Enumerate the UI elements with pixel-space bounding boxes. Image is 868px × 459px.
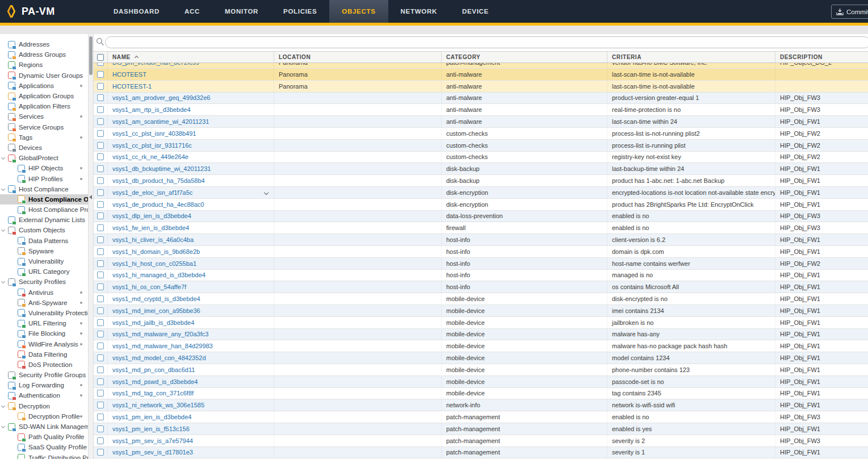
- column-header-category[interactable]: CATEGORY: [442, 52, 607, 62]
- sidebar-collapse-arrow-icon[interactable]: [89, 195, 92, 199]
- sidebar-item-host-compliance-objects[interactable]: Host Compliance Objects: [0, 194, 88, 205]
- sidebar-item-path-quality-profile[interactable]: Path Quality Profile: [0, 432, 88, 442]
- sidebar-item-dos-protection[interactable]: DoS Protection: [0, 360, 88, 370]
- object-name-link[interactable]: vsys1_pm_sev_is_a7e57944: [112, 437, 193, 444]
- object-name-link[interactable]: vsys1_de_product_ha_4ec88ac0: [112, 201, 204, 208]
- expand-chevron-icon[interactable]: [1, 228, 5, 232]
- sidebar-item-external-dynamic-lists[interactable]: External Dynamic Lists: [0, 215, 88, 225]
- sidebar-item-decryption[interactable]: Decryption: [0, 401, 88, 411]
- sidebar-item-hip-objects[interactable]: HIP Objects: [0, 163, 88, 173]
- row-checkbox[interactable]: [97, 142, 104, 149]
- expand-chevron-icon[interactable]: [1, 187, 5, 191]
- sidebar-scrollbar-thumb[interactable]: [89, 36, 93, 75]
- sidebar-scrollbar[interactable]: [88, 34, 94, 459]
- tab-device[interactable]: DEVICE: [450, 0, 501, 23]
- row-checkbox[interactable]: [97, 83, 104, 90]
- object-name-link[interactable]: HCOTEEST-1: [112, 83, 152, 90]
- object-name-link[interactable]: vsys1_pm_ien_is_f513c156: [112, 425, 190, 432]
- object-name-link[interactable]: HCOTEEST: [112, 71, 146, 78]
- object-name-link[interactable]: vsys1_hi_domain_is_9bd68e2b: [112, 248, 200, 255]
- object-name-link[interactable]: vsys1_am_rtp_is_d3bebde4: [112, 106, 191, 113]
- object-name-link[interactable]: vsys1_md_imei_con_a95bbe36: [112, 307, 200, 314]
- object-name-link[interactable]: vsys1_hi_os_con_54affe7f: [112, 283, 186, 290]
- tab-policies[interactable]: POLICIES: [271, 0, 329, 23]
- row-checkbox[interactable]: [97, 236, 104, 243]
- row-checkbox[interactable]: [97, 343, 104, 349]
- row-checkbox[interactable]: [97, 165, 104, 172]
- object-name-link[interactable]: vsys1_md_malware_any_f20a3fc3: [112, 331, 208, 337]
- expand-chevron-icon[interactable]: [1, 156, 5, 160]
- row-checkbox[interactable]: [97, 402, 104, 408]
- sidebar-item-custom-objects[interactable]: Custom Objects: [0, 225, 88, 235]
- object-name-link[interactable]: vsys1_de_eloc_isn_af1f7a5c: [112, 189, 192, 196]
- object-name-link[interactable]: vsys1_hi_managed_is_d3bebde4: [112, 272, 206, 278]
- object-name-link[interactable]: vsys1_md_tag_con_371c6f8f: [112, 390, 194, 397]
- object-name-link[interactable]: vsys1_am_prodver_geq_499d32e6: [112, 94, 210, 101]
- expand-chevron-icon[interactable]: [1, 404, 5, 408]
- expand-chevron-icon[interactable]: [1, 424, 5, 428]
- tab-dashboard[interactable]: DASHBOARD: [101, 0, 172, 23]
- sidebar-item-application-groups[interactable]: Application Groups: [0, 91, 88, 101]
- row-checkbox[interactable]: [97, 354, 104, 361]
- row-checkbox[interactable]: [97, 153, 104, 160]
- row-checkbox[interactable]: [97, 106, 104, 113]
- object-name-link[interactable]: DG_pm_vendor_han_bc72fc99: [112, 63, 199, 66]
- row-checkbox[interactable]: [97, 224, 104, 231]
- select-all-checkbox[interactable]: [97, 54, 104, 61]
- row-checkbox[interactable]: [97, 189, 104, 196]
- sidebar-item-traffic-distribution-profile[interactable]: Traffic Distribution Profile: [0, 453, 88, 459]
- sidebar-item-vulnerability[interactable]: Vulnerability: [0, 256, 88, 266]
- row-checkbox[interactable]: [97, 414, 104, 420]
- object-name-link[interactable]: vsys1_hi_cliver_is_46a0c4ba: [112, 236, 194, 243]
- sidebar-item-decryption-profile[interactable]: Decryption Profile: [0, 411, 88, 422]
- commit-button[interactable]: Commit: [831, 5, 868, 19]
- row-checkbox[interactable]: [97, 283, 104, 290]
- object-name-link[interactable]: vsys1_hi_host_con_c0255ba1: [112, 260, 196, 267]
- row-checkbox[interactable]: [97, 331, 104, 337]
- row-checkbox[interactable]: [97, 71, 104, 78]
- row-checkbox[interactable]: [97, 94, 104, 101]
- row-checkbox[interactable]: [97, 390, 104, 397]
- column-header-description[interactable]: DESCRIPTION: [775, 52, 868, 62]
- sidebar-item-wildfire-analysis[interactable]: WildFire Analysis: [0, 339, 88, 349]
- object-name-link[interactable]: vsys1_md_jailb_is_d3bebde4: [112, 319, 194, 326]
- sidebar-item-address-groups[interactable]: Address Groups: [0, 49, 88, 60]
- sidebar-item-dynamic-user-groups[interactable]: Dynamic User Groups: [0, 70, 88, 81]
- object-name-link[interactable]: vsys1_cc_plst_isnr_4038b491: [112, 130, 196, 137]
- object-name-link[interactable]: vsys1_db_product_ha_75da58b4: [112, 177, 205, 184]
- row-checkbox[interactable]: [97, 260, 104, 267]
- sidebar-item-antivirus[interactable]: Antivirus: [0, 287, 88, 298]
- row-checkbox[interactable]: [97, 425, 104, 432]
- sidebar-item-log-forwarding[interactable]: Log Forwarding: [0, 380, 88, 390]
- column-header-name[interactable]: NAME: [108, 52, 274, 62]
- row-checkbox[interactable]: [97, 130, 104, 137]
- sidebar-item-anti-spyware[interactable]: Anti-Spyware: [0, 298, 88, 308]
- sidebar-item-security-profiles[interactable]: Security Profiles: [0, 277, 88, 287]
- sidebar-item-vulnerability-protection[interactable]: Vulnerability Protection: [0, 308, 88, 318]
- sidebar-item-regions[interactable]: Regions: [0, 60, 88, 70]
- sidebar-item-addresses[interactable]: Addresses: [0, 39, 88, 49]
- row-checkbox[interactable]: [97, 307, 104, 314]
- object-name-link[interactable]: vsys1_pm_ien_is_d3bebde4: [112, 414, 191, 420]
- expand-chevron-icon[interactable]: [1, 279, 5, 283]
- column-header-location[interactable]: LOCATION: [274, 52, 442, 62]
- row-actions-chevron-icon[interactable]: [264, 190, 269, 195]
- sidebar-item-services[interactable]: Services: [0, 111, 88, 122]
- object-name-link[interactable]: vsys1_md_model_con_4842352d: [112, 354, 206, 361]
- row-checkbox[interactable]: [97, 295, 104, 302]
- sidebar-item-host-compliance-profile[interactable]: Host Compliance Profile: [0, 205, 88, 215]
- sidebar-item-saas-quality-profile[interactable]: SaaS Quality Profile: [0, 442, 88, 452]
- object-name-link[interactable]: vsys1_am_scantime_wi_42011231: [112, 118, 209, 125]
- object-name-link[interactable]: vsys1_md_malware_han_84d29983: [112, 343, 213, 349]
- object-name-link[interactable]: vsys1_cc_rk_ne_449e264e: [112, 153, 188, 160]
- object-name-link[interactable]: vsys1_md_pn_con_dbac6d11: [112, 366, 195, 373]
- sidebar-item-applications[interactable]: Applications: [0, 81, 88, 91]
- sidebar-item-data-patterns[interactable]: Data Patterns: [0, 236, 88, 246]
- row-checkbox[interactable]: [97, 437, 104, 444]
- sidebar-item-file-blocking[interactable]: File Blocking: [0, 328, 88, 339]
- row-checkbox[interactable]: [97, 366, 104, 373]
- row-checkbox[interactable]: [97, 177, 104, 184]
- sidebar-item-security-profile-groups[interactable]: Security Profile Groups: [0, 370, 88, 380]
- sidebar-item-globalprotect[interactable]: GlobalProtect: [0, 153, 88, 163]
- tab-monitor[interactable]: MONITOR: [212, 0, 271, 23]
